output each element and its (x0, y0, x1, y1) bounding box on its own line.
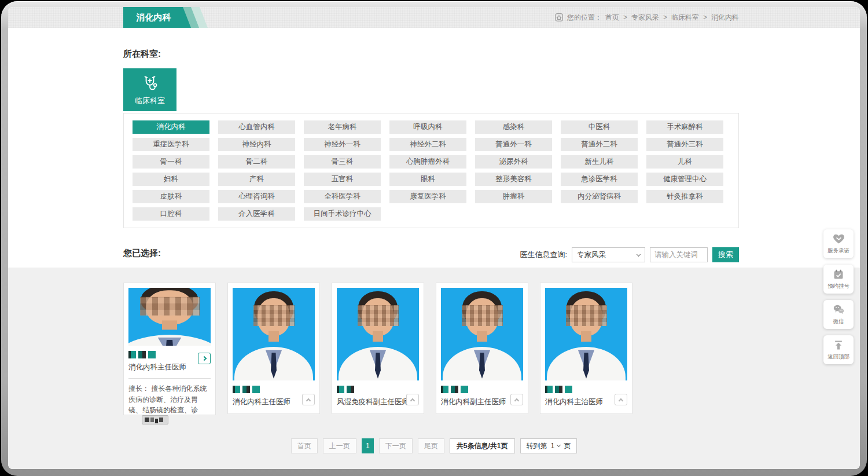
department-button[interactable]: 手术麻醉科 (646, 120, 723, 134)
breadcrumb-link[interactable]: 首页 (605, 13, 619, 23)
clinical-category-tile[interactable]: 临床科室 (123, 68, 176, 111)
face-pixelation (253, 305, 295, 325)
department-button[interactable]: 新生儿科 (561, 155, 638, 169)
department-button[interactable]: 骨三科 (304, 155, 381, 169)
breadcrumb-links: 首页>专家风采>临床科室>消化内科 (605, 13, 739, 23)
search-button[interactable]: 搜索 (712, 247, 739, 262)
department-button[interactable]: 心血管内科 (218, 120, 295, 134)
floating-sidebar: 服务承诺 预约挂号 (823, 229, 854, 364)
doctor-specialty: 擅长： 擅长各种消化系统疾病的诊断、治疗及胃镜、结肠镜的检查、诊断、介入治 (128, 383, 211, 415)
department-button[interactable]: 感染科 (475, 120, 552, 134)
department-button[interactable]: 五官科 (304, 173, 381, 186)
doctor-portrait (545, 288, 627, 380)
department-button[interactable]: 皮肤科 (133, 190, 209, 203)
next-page-button[interactable]: 下一页 (379, 438, 413, 453)
department-button[interactable]: 心胸肿瘤外科 (389, 155, 466, 169)
department-button[interactable]: 消化内科 (133, 120, 209, 134)
department-button[interactable]: 中医科 (561, 120, 638, 134)
chevron-up-icon (619, 398, 623, 402)
department-button[interactable]: 泌尿外科 (475, 155, 552, 169)
expand-button[interactable] (406, 394, 419, 405)
calendar-icon (833, 269, 844, 280)
doctor-card[interactable]: 消化内科主任医师 (227, 283, 320, 414)
department-button[interactable]: 骨二科 (218, 155, 295, 169)
face-pixelation (462, 305, 503, 325)
goto-prefix: 转到第 (527, 439, 547, 453)
back-to-top-button[interactable]: 返回顶部 (823, 335, 854, 364)
department-button[interactable]: 内分泌肾病科 (561, 190, 638, 203)
chevron-up-icon (410, 398, 415, 402)
redacted-doctor-name (441, 386, 523, 393)
service-promise-button[interactable]: 服务承诺 (823, 229, 854, 258)
department-button[interactable]: 普通外二科 (561, 138, 638, 151)
breadcrumb-separator: > (703, 13, 707, 21)
detail-arrow-button[interactable] (198, 353, 211, 364)
doctor-card[interactable]: 消化内科主任医师 擅长： 擅长各种消化系统疾病的诊断、治疗及胃镜、结肠镜的检查、… (123, 283, 216, 415)
appointment-button[interactable]: 预约挂号 (823, 265, 854, 294)
breadcrumb-link[interactable]: 临床科室 (671, 13, 699, 23)
page-title: 消化内科 (123, 7, 191, 28)
selection-section-label: 您已选择: (123, 248, 161, 259)
doctor-card[interactable]: 消化内科主治医师 (540, 283, 632, 414)
goto-page-box: 转到第 1 页 (520, 438, 578, 453)
doctor-photo (337, 288, 419, 380)
chevron-down-icon (557, 443, 561, 447)
department-button[interactable]: 口腔科 (133, 207, 209, 221)
department-button[interactable]: 神经外二科 (389, 138, 466, 151)
department-button[interactable]: 康复医学科 (389, 190, 466, 203)
doctor-search-label: 医生信息查询: (520, 250, 567, 260)
expand-button[interactable] (302, 394, 315, 405)
wechat-button[interactable]: 微信 (823, 300, 854, 329)
redacted-doctor-name (337, 386, 419, 393)
redacted-name-tag (142, 415, 168, 424)
department-button[interactable]: 产科 (218, 173, 295, 186)
department-button[interactable]: 儿科 (646, 155, 723, 169)
doctor-card[interactable]: 风湿免疫科副主任医师 (332, 283, 424, 414)
department-button[interactable]: 日间手术诊疗中心 (304, 207, 381, 221)
department-button[interactable]: 整形美容科 (475, 173, 552, 186)
department-button[interactable]: 呼吸内科 (389, 120, 466, 134)
prev-page-button[interactable]: 上一页 (323, 438, 356, 453)
goto-page-select[interactable]: 1 (551, 439, 561, 453)
heart-icon (833, 233, 845, 245)
redacted-doctor-name (233, 386, 315, 393)
face-pixelation (566, 305, 607, 325)
redacted-doctor-name (545, 386, 627, 393)
department-button[interactable]: 心理咨询科 (218, 190, 295, 203)
department-button[interactable]: 老年病科 (304, 120, 381, 134)
home-icon (554, 13, 564, 22)
expand-button[interactable] (615, 394, 627, 405)
department-button[interactable]: 全科医学科 (304, 190, 381, 203)
keyword-input[interactable] (650, 247, 708, 262)
divider (128, 378, 211, 379)
goto-suffix: 页 (564, 439, 571, 453)
breadcrumb-link[interactable]: 消化内科 (711, 13, 739, 23)
doctor-card[interactable]: 消化内科副主任医师 (436, 283, 528, 414)
department-button[interactable]: 普通外一科 (475, 138, 552, 151)
department-button[interactable]: 神经外一科 (304, 138, 381, 151)
department-button[interactable]: 骨一科 (133, 155, 209, 169)
department-button[interactable]: 肿瘤科 (475, 190, 552, 203)
department-button[interactable]: 针灸推拿科 (646, 190, 723, 203)
pagination: 首页 上一页 1 下一页 尾页 共5条信息/共1页 转到第 1 页 (8, 438, 860, 453)
breadcrumb: 您的位置： 首页>专家风采>临床科室>消化内科 (554, 7, 739, 28)
department-button[interactable]: 普通外三科 (646, 138, 723, 151)
first-page-button[interactable]: 首页 (291, 438, 318, 453)
chevron-down-icon (637, 252, 641, 256)
department-button[interactable]: 介入医学科 (218, 207, 295, 221)
stethoscope-icon (141, 74, 159, 93)
department-button[interactable]: 眼科 (389, 173, 466, 186)
search-category-select[interactable]: 专家风采 (572, 247, 645, 262)
back-to-top-icon (833, 339, 844, 351)
department-button[interactable]: 健康管理中心 (646, 173, 723, 186)
department-button[interactable]: 重症医学科 (133, 138, 209, 151)
breadcrumb-link[interactable]: 专家风采 (631, 13, 659, 23)
department-button[interactable]: 神经内科 (218, 138, 295, 151)
department-button[interactable]: 妇科 (133, 173, 209, 186)
current-page[interactable]: 1 (362, 438, 374, 453)
expand-button[interactable] (510, 394, 523, 405)
chevron-up-icon (514, 398, 519, 402)
last-page-button[interactable]: 尾页 (418, 438, 444, 453)
department-button[interactable]: 急诊医学科 (561, 173, 638, 186)
doctor-portrait (441, 288, 523, 380)
